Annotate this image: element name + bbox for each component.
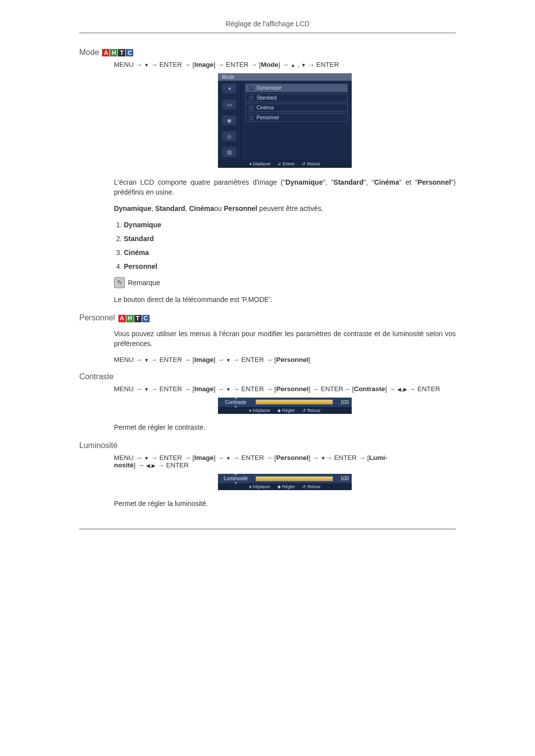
nav-mode: Mode (261, 61, 278, 68)
list-item: Standard (124, 235, 456, 243)
footer-label: Régler (282, 484, 295, 489)
osd-footer-enter: ↲ Entrer (277, 161, 295, 166)
nav-text: → ENTER → [ (149, 61, 195, 68)
footer-return: ↺ Retour (302, 408, 321, 413)
mode-item-standard[interactable]: Standard (245, 94, 348, 102)
osd-slider-footer: ♦ Déplacer ◆ Régler ↺ Retour (218, 407, 352, 414)
nav-text: → ENTER (156, 461, 189, 469)
footer-label: Retour (307, 161, 321, 166)
footer-label: Déplacer (253, 408, 270, 413)
text-bold: Cinéma (374, 178, 399, 186)
slider-value: 100 (336, 400, 349, 405)
mode-item-cinema[interactable]: Cinéma (245, 103, 348, 112)
nav-text: → ENTER → [ (231, 385, 276, 393)
nav-text: → ENTER → [ (149, 454, 195, 461)
badge-t: T (134, 315, 142, 322)
nav-text: → ENTER (306, 61, 339, 68)
list-item: Dynamique (124, 221, 456, 229)
osd-luminosite: Luminosité 100 ♦ Déplacer ◆ Régler ↺ Ret… (218, 474, 352, 490)
input-icon[interactable]: ▭ (222, 100, 236, 109)
nav-text: → ENTER → [ (149, 385, 195, 393)
down-arrow-icon: ▼ (144, 455, 149, 461)
nav-text: ] → (309, 454, 321, 461)
text: ou (214, 204, 223, 212)
comma: , (295, 61, 301, 68)
nav-image: Image (194, 356, 214, 363)
note-label: Remarque (128, 279, 160, 287)
sound-icon[interactable]: ◉ (222, 115, 236, 125)
text-bold: Cinéma (189, 204, 214, 212)
setup-icon[interactable]: ◎ (222, 131, 236, 141)
badge-a: A (102, 49, 109, 56)
slider-bar[interactable] (256, 476, 333, 481)
section-title-contraste: Contraste (79, 372, 456, 381)
nav-text: → ENTER → [ (231, 454, 276, 461)
footer-label: Régler (282, 408, 295, 413)
personnel-para: Vous pouvez utiliser les menus à l'écran… (114, 329, 456, 349)
badge-t: T (118, 49, 125, 56)
personnel-nav-path: MENU → ▼ → ENTER → [Image] → ▼ → ENTER →… (114, 356, 456, 363)
badge-c: C (142, 315, 150, 322)
left-arrow-icon: ◀ (146, 463, 150, 468)
list-item: Personnel (124, 262, 456, 270)
footer-adjust: ◆ Régler (277, 408, 295, 413)
multi-icon[interactable]: ▥ (222, 147, 236, 157)
mode-item-label: Personnel (257, 115, 279, 120)
check-icon (249, 115, 254, 120)
osd-footer: ♦ Déplacer ↲ Entrer ↺ Retour (218, 160, 352, 168)
picture-icon[interactable]: ✶ (222, 84, 236, 94)
text-bold: Standard (333, 178, 364, 186)
down-arrow-icon: ▼ (226, 387, 231, 392)
mode-item-label: Cinéma (257, 105, 273, 110)
footer-label: Retour (307, 408, 321, 413)
down-arrow-icon: ▼ (144, 62, 149, 68)
footer-return: ↺ Retour (302, 484, 321, 489)
mode-item-personnel[interactable]: Personnel (245, 113, 348, 122)
slider-bar-wrap: 100 (256, 476, 349, 481)
mode-item-label: Standard (257, 95, 277, 101)
footer-move: ♦ Déplacer (249, 408, 270, 413)
up-arrow-icon: ▲ (290, 62, 295, 68)
note-row: ✎ Remarque (114, 277, 456, 288)
mode-para2: Dynamique, Standard, Cinémaou Personnel … (114, 204, 456, 214)
check-icon: ✓ (249, 86, 254, 91)
nav-text: ] (309, 356, 311, 363)
footer-label: Déplacer (253, 484, 270, 489)
section-title-mode: Mode A H T C (79, 48, 456, 57)
text-bold: Personnel (418, 178, 451, 186)
nav-text: ] → (134, 461, 146, 469)
down-arrow-icon: ▼ (144, 387, 149, 392)
osd-contraste: Contraste 100 ♦ Déplacer ◆ Régler ↺ Reto… (218, 398, 352, 414)
nav-luminosite2: nosité (114, 461, 134, 469)
list-item-label: Personnel (124, 262, 158, 270)
luminosite-desc: Permet de régler la luminosité. (114, 499, 456, 509)
section-title-luminosite: Luminosité (79, 441, 456, 450)
mode-item-label: Dynamique (257, 85, 282, 91)
luminosite-nav-path: MENU → ▼ → ENTER → [Image] → ▼ → ENTER →… (114, 454, 456, 469)
text: peuvent être activés. (257, 204, 323, 212)
slider-bar[interactable] (256, 400, 333, 404)
osd-titlebar: Mode (218, 73, 352, 81)
contraste-nav-path: MENU → ▼ → ENTER → [Image] → ▼ → ENTER →… (114, 385, 456, 393)
nav-text: ] → (214, 385, 226, 393)
left-arrow-icon: ◀ (397, 387, 401, 392)
nav-text: → ENTER → [ (149, 356, 195, 363)
text: ", " (364, 178, 374, 186)
footer-move: ♦ Déplacer (249, 484, 270, 489)
nav-luminosite: Lumi- (369, 454, 387, 461)
mode-list: Dynamique Standard Cinéma Personnel (124, 221, 456, 270)
nav-contraste: Contraste (354, 385, 385, 393)
list-item-label: Dynamique (124, 221, 161, 229)
nav-image: Image (194, 454, 214, 461)
personnel-title-text: Personnel (79, 313, 115, 322)
nav-text: MENU → (114, 385, 144, 393)
down-arrow-icon: ▼ (226, 455, 231, 461)
mode-item-dynamique[interactable]: ✓ Dynamique (245, 84, 348, 92)
nav-text: MENU → (114, 454, 144, 461)
text: L'écran LCD comporte quatre paramètres d… (114, 178, 285, 186)
mode-badges: A H T C (102, 49, 133, 56)
nav-text: MENU → (114, 61, 144, 68)
footer-label: Entrer (283, 161, 295, 166)
down-arrow-icon: ▼ (301, 62, 306, 68)
slider-bar-wrap: 100 (256, 400, 349, 405)
